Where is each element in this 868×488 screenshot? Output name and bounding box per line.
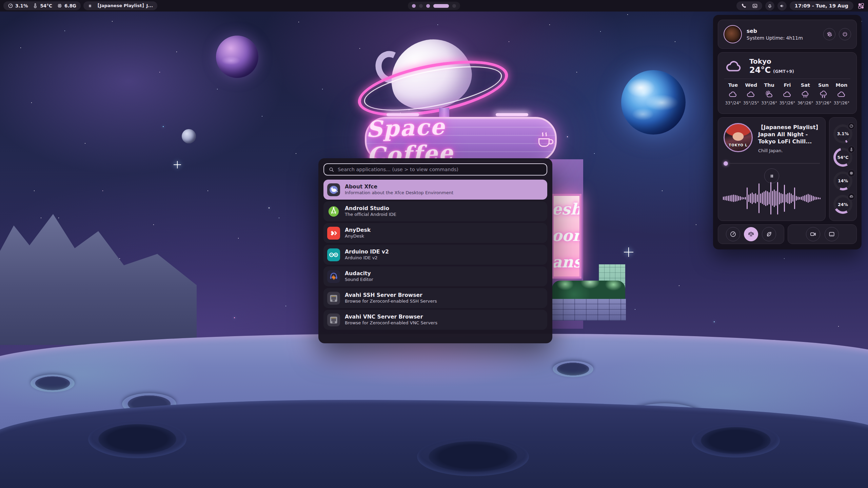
pause-icon (769, 174, 774, 179)
crater (417, 437, 529, 476)
app-row-avahi-ssh-server-browser[interactable]: Avahi SSH Server Browser Browse for Zero… (323, 288, 547, 308)
waveform-bar (775, 191, 776, 206)
waveform-bar (753, 194, 754, 203)
app-description: Sound Editor (345, 277, 373, 282)
notifications-button[interactable] (765, 1, 774, 11)
waveform-bar (789, 192, 790, 204)
power-profile-balanced-button[interactable] (744, 227, 758, 241)
workspace-indicator[interactable] (408, 2, 460, 10)
coffee-cup-icon (535, 129, 555, 150)
app-name: Avahi SSH Server Browser (345, 292, 437, 299)
power-icon (842, 31, 848, 37)
phone-link-icon (741, 3, 747, 9)
forecast-day-label: Sat (801, 82, 810, 88)
cloud-icon (746, 90, 756, 98)
power-profile-performance-button[interactable] (726, 227, 740, 241)
android-studio-app-icon (327, 205, 340, 218)
waveform-bar (811, 195, 812, 201)
waveform-bar (781, 193, 782, 203)
volume-button[interactable] (777, 1, 787, 11)
waveform-bar (733, 195, 734, 202)
waveform-bar (747, 187, 748, 209)
search-input[interactable] (338, 167, 542, 172)
waveform-bar (767, 191, 768, 205)
gauge-speedometer: 3.1% (833, 124, 852, 143)
crater (88, 420, 186, 458)
app-list: About Xfce Information about the Xfce De… (323, 180, 547, 330)
capture-card (788, 224, 857, 244)
app-row-avahi-vnc-server-browser[interactable]: Avahi VNC Server Browser Browse for Zero… (323, 310, 547, 330)
forecast-day-label: Thu (764, 82, 774, 88)
settings-button[interactable] (823, 28, 835, 40)
app-name: About Xfce (345, 183, 453, 190)
system-tray-pill[interactable] (736, 1, 762, 10)
app-row-android-studio[interactable]: Android Studio The official Android IDE (323, 201, 547, 221)
seek-knob[interactable] (724, 161, 728, 166)
workspace-dot-4[interactable] (433, 4, 449, 8)
gauge-badge (848, 169, 855, 177)
screen-record-button[interactable] (806, 227, 820, 241)
rain-icon (801, 90, 810, 98)
stat-value: 3.1% (15, 3, 28, 8)
bushes (552, 281, 625, 300)
anydesk-app-icon (327, 227, 340, 240)
now-playing-pill[interactable]: 【Japanese Playlist】J... (83, 1, 157, 10)
system-stat: 6.8G (57, 3, 76, 8)
workspace-dot-5[interactable] (452, 4, 456, 8)
waveform-bar (745, 197, 746, 200)
gauge-badge (848, 193, 855, 200)
workspace-dot-3[interactable] (426, 4, 430, 8)
clock[interactable]: 17:09 - Tue, 19 Aug (790, 1, 853, 10)
weather-forecast: Tue 33°/24° Wed 35°/25° Thu 33°/26° Fri … (724, 82, 850, 105)
forecast-day: Sat 36°/26° (796, 82, 814, 105)
brick-planter (551, 299, 626, 321)
waveform-bar (782, 194, 783, 203)
sun-cloud-icon (765, 90, 774, 98)
app-description: Browse for Zeroconf-enabled VNC Servers (345, 320, 437, 326)
app-row-arduino-ide-v2[interactable]: Arduino IDE v2 Arduino IDE v2 (323, 245, 547, 265)
app-launcher: About Xfce Information about the Xfce De… (318, 158, 552, 343)
waveform-bar (787, 193, 788, 203)
search-bar[interactable] (323, 163, 547, 176)
forecast-day: Sun 33°/26° (815, 82, 832, 105)
forecast-temps: 33°/26° (815, 101, 831, 105)
disk-icon (849, 195, 853, 199)
forecast-day-label: Mon (836, 82, 848, 88)
system-stats-pill[interactable]: 3.1%54°C6.8G (3, 1, 81, 10)
waveform-bar (726, 196, 727, 201)
forecast-temps: 33°/24° (725, 101, 741, 105)
thermometer-icon (33, 3, 38, 8)
waveform-bar (765, 190, 766, 206)
seek-bar[interactable] (724, 161, 820, 166)
workspace-dot-2[interactable] (419, 4, 423, 8)
app-name: Audacity (345, 270, 373, 277)
screenshot-button[interactable] (825, 227, 839, 241)
waveform-bar (770, 182, 771, 215)
forecast-temps: 36°/26° (797, 101, 813, 105)
album-art-text: TOKYO L (729, 143, 747, 147)
app-row-about-xfce[interactable]: About Xfce Information about the Xfce De… (323, 180, 547, 200)
power-button[interactable] (839, 28, 851, 40)
app-row-audacity[interactable]: Audacity Sound Editor (323, 266, 547, 286)
waveform-bar (804, 195, 805, 201)
waveform-bar (801, 197, 802, 200)
user-name: seb (747, 28, 803, 34)
cloud-icon (728, 90, 738, 98)
workspace-dot-1[interactable] (412, 4, 416, 8)
power-profile-power-saver-button[interactable] (762, 227, 776, 241)
waveform-bar (814, 197, 815, 200)
waveform-bar (736, 195, 737, 201)
track-title: 【Japanese Playlist】 Japan All Night - To… (758, 124, 821, 145)
app-grid-icon[interactable] (857, 2, 865, 9)
waveform-bar (752, 192, 753, 204)
forecast-day: Fri 35°/26° (778, 82, 796, 105)
system-stat: 54°C (33, 3, 52, 8)
forecast-day: Mon 33°/26° (833, 82, 850, 105)
speedometer-icon (730, 231, 736, 238)
forecast-day-label: Fri (784, 82, 791, 88)
star-sparkle (174, 161, 181, 168)
foreground-dunes (0, 400, 868, 488)
app-row-anydesk[interactable]: AnyDesk AnyDesk (323, 223, 547, 243)
search-icon (329, 167, 334, 172)
xfce-app-icon (327, 183, 340, 196)
